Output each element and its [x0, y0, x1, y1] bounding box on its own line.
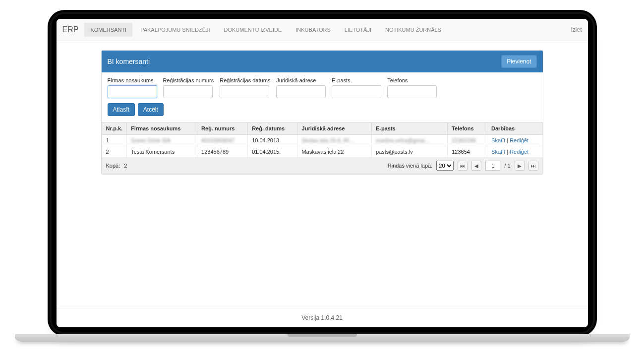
- panel-bi-komersanti: BI komersanti Pievienot Firmas nosaukums…: [101, 50, 543, 175]
- input-reg-no[interactable]: [163, 85, 213, 98]
- page-size-select[interactable]: 20: [436, 161, 454, 171]
- cell-reg-no: 123456789: [197, 146, 248, 158]
- label-reg-no: Reģistrācijas numurs: [163, 77, 214, 83]
- rows-per-page-label: Rindas vienā lapā:: [388, 163, 433, 169]
- nav-notikumu-zurnals[interactable]: NOTIKUMU ŽURNĀLS: [379, 23, 447, 37]
- cell-nr: 1: [102, 135, 127, 146]
- label-phone: Telefons: [387, 77, 437, 83]
- cell-reg-no: 40103858047: [197, 135, 248, 146]
- filter-button[interactable]: Atlasīt: [108, 103, 135, 116]
- input-reg-date[interactable]: [220, 85, 269, 98]
- cell-actions: Skatīt | Rediģēt: [487, 146, 542, 158]
- cell-email: martins.vetra@gmai…: [371, 135, 447, 146]
- nav-dokumentu-izveide[interactable]: DOKUMENTU IZVEIDE: [218, 23, 288, 37]
- label-address: Juridiskā adrese: [276, 77, 326, 83]
- prev-page-icon[interactable]: ◀: [471, 161, 481, 171]
- nav-pakalpojumu-sniedzeji[interactable]: PAKALPOJUMU SNIEDZĒJI: [134, 23, 216, 37]
- cell-phone: 22302286: [448, 135, 487, 146]
- label-reg-date: Reģistrācijas datums: [220, 77, 270, 83]
- app-brand: ERP: [62, 25, 79, 34]
- cell-address: Maskavas iela 22: [297, 146, 371, 158]
- label-email: E-pasts: [332, 77, 381, 83]
- label-name: Firmas nosaukums: [108, 77, 157, 83]
- th-email[interactable]: E-pasts: [371, 122, 447, 135]
- logout-link[interactable]: Iziet: [571, 26, 582, 33]
- nav-inkubators[interactable]: INKUBATORS: [290, 23, 337, 37]
- cell-name: Testa Komersants: [127, 146, 197, 158]
- cell-name: Green Drink SIA: [127, 135, 197, 146]
- cell-reg-date: 01.04.2015.: [248, 146, 297, 158]
- view-link[interactable]: Skatīt: [491, 137, 505, 143]
- th-name[interactable]: Firmas nosaukums: [127, 122, 197, 135]
- cancel-button[interactable]: Atcelt: [138, 103, 164, 116]
- page-current-input[interactable]: [485, 161, 500, 171]
- table-row: 2 Testa Komersants 123456789 01.04.2015.…: [102, 146, 542, 158]
- panel-title: BI komersanti: [108, 58, 150, 65]
- cell-address: Skolas iela 25-9, Rī…: [297, 135, 371, 146]
- input-name[interactable]: [108, 85, 157, 98]
- th-nr[interactable]: Nr.p.k.: [102, 122, 127, 135]
- first-page-icon[interactable]: ⏮: [458, 161, 468, 171]
- nav-komersanti[interactable]: KOMERSANTI: [84, 23, 132, 37]
- th-address[interactable]: Juridiskā adrese: [297, 122, 371, 135]
- table-footer: Kopā: 2 Rindas vienā lapā: 20 ⏮ ◀ / 1 ▶ …: [102, 158, 543, 174]
- cell-phone: 123654: [448, 146, 487, 158]
- next-page-icon[interactable]: ▶: [515, 161, 525, 171]
- th-reg-date[interactable]: Reģ. datums: [248, 122, 297, 135]
- input-email[interactable]: [332, 85, 381, 98]
- navbar: ERP KOMERSANTI PAKALPOJUMU SNIEDZĒJI DOK…: [57, 19, 588, 41]
- th-reg-no[interactable]: Reģ. numurs: [197, 122, 248, 135]
- nav-lietotaji[interactable]: LIETOTĀJI: [339, 23, 377, 37]
- input-address[interactable]: [276, 85, 326, 98]
- cell-actions: Skatīt | Rediģēt: [487, 135, 542, 146]
- total-value: 2: [124, 163, 127, 169]
- version-footer: Versija 1.0.4.21: [57, 308, 588, 327]
- cell-email: pasts@pasts.lv: [371, 146, 447, 158]
- table-row: 1 Green Drink SIA 40103858047 10.04.2013…: [102, 135, 542, 146]
- th-actions[interactable]: Darbības: [487, 122, 542, 135]
- last-page-icon[interactable]: ⏭: [528, 161, 538, 171]
- input-phone[interactable]: [387, 85, 437, 98]
- laptop-base: [15, 334, 630, 342]
- page-total: / 1: [504, 163, 510, 169]
- total-label: Kopā:: [106, 163, 120, 169]
- add-button[interactable]: Pievienot: [501, 55, 536, 68]
- cell-nr: 2: [102, 146, 127, 158]
- th-phone[interactable]: Telefons: [448, 122, 487, 135]
- view-link[interactable]: Skatīt: [491, 149, 505, 155]
- edit-link[interactable]: Rediģēt: [510, 137, 528, 143]
- results-table: Nr.p.k. Firmas nosaukums Reģ. numurs Reģ…: [102, 122, 543, 158]
- edit-link[interactable]: Rediģēt: [510, 149, 528, 155]
- cell-reg-date: 10.04.2013.: [248, 135, 297, 146]
